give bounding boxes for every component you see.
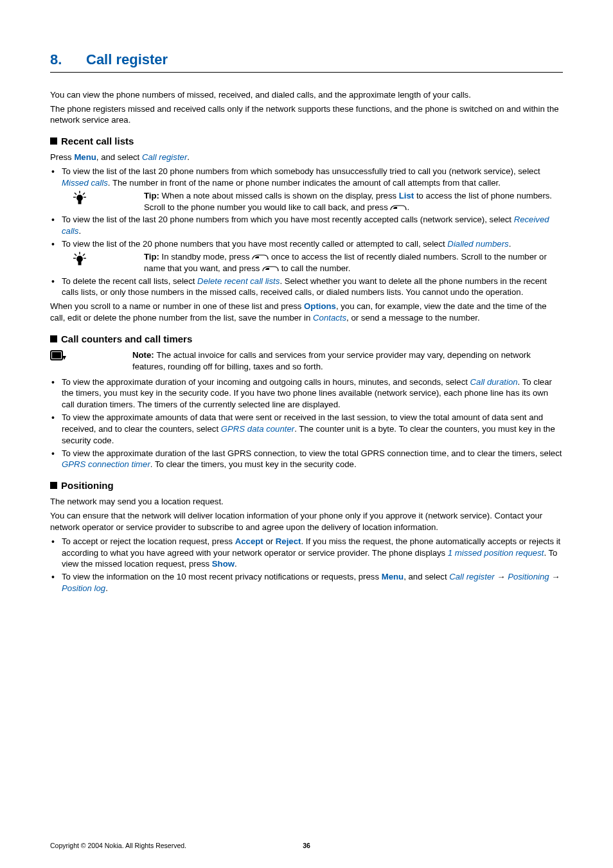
recent-bullet-2: To view the list of the last 20 phone nu… bbox=[50, 214, 563, 237]
counters-bullet-1: To view the approximate duration of your… bbox=[50, 376, 563, 411]
list-label: List bbox=[399, 191, 414, 200]
svg-line-2 bbox=[83, 193, 85, 195]
text: The actual invoice for calls and service… bbox=[132, 350, 531, 371]
arrow: → bbox=[549, 572, 560, 581]
note-row: Note: The actual invoice for calls and s… bbox=[50, 350, 563, 373]
svg-line-8 bbox=[75, 254, 76, 256]
section-title-positioning: Positioning bbox=[61, 480, 114, 491]
arrow: → bbox=[495, 572, 508, 581]
text: . bbox=[105, 583, 108, 593]
missed-calls-ref: Missed calls bbox=[62, 178, 108, 188]
chapter-heading: 8. Call register bbox=[50, 50, 563, 73]
text: In standby mode, press bbox=[162, 252, 253, 261]
text: To view the list of the 20 phone numbers… bbox=[62, 239, 447, 249]
position-log-ref: Position log bbox=[62, 583, 105, 593]
call-key-icon bbox=[390, 202, 407, 209]
note-label: Note: bbox=[132, 350, 156, 360]
text: To delete the recent call lists, select bbox=[62, 276, 197, 286]
section-heading-recent: Recent call lists bbox=[50, 135, 563, 148]
text: , and select bbox=[96, 152, 142, 162]
counters-bullet-3: To view the approximate duration of the … bbox=[50, 448, 563, 471]
svg-point-12 bbox=[77, 256, 82, 261]
gprs-data-counter-ref: GPRS data counter bbox=[221, 424, 294, 434]
copyright-text: Copyright © 2004 Nokia. All Rights Reser… bbox=[50, 842, 186, 849]
svg-rect-6 bbox=[78, 200, 81, 204]
recent-press-line: Press Menu, and select Call register. bbox=[50, 152, 563, 163]
text: . bbox=[187, 152, 190, 162]
call-key-icon bbox=[252, 252, 269, 258]
text: , and select bbox=[404, 572, 449, 581]
positioning-ref: Positioning bbox=[508, 572, 549, 581]
tip-row-2: Tip: In standby mode, press once to acce… bbox=[73, 251, 563, 274]
counters-bullet-2: To view the approximate amounts of data … bbox=[50, 412, 563, 446]
tip-label: Tip: bbox=[144, 252, 162, 261]
tip-label: Tip: bbox=[144, 191, 162, 200]
positioning-p1: The network may send you a location requ… bbox=[50, 496, 563, 508]
bullet-square-icon bbox=[50, 482, 57, 489]
positioning-p2: You can ensure that the network will del… bbox=[50, 510, 563, 533]
page-number: 36 bbox=[303, 841, 310, 850]
recent-bullet-4: To delete the recent call lists, select … bbox=[50, 276, 563, 299]
contacts-ref: Contacts bbox=[313, 313, 346, 323]
missed-position-ref: 1 missed position request bbox=[448, 548, 544, 558]
svg-line-1 bbox=[75, 193, 76, 195]
text: When a note about missed calls is shown … bbox=[162, 191, 399, 200]
intro-p1: You can view the phone numbers of missed… bbox=[50, 89, 563, 101]
text: To view the approximate duration of the … bbox=[62, 448, 562, 458]
text: to call the number. bbox=[279, 263, 350, 273]
positioning-bullet-2: To view the information on the 10 most r… bbox=[50, 571, 563, 594]
call-duration-ref: Call duration bbox=[470, 377, 518, 387]
call-register-ref: Call register bbox=[142, 152, 187, 162]
positioning-bullet-1: To accept or reject the location request… bbox=[50, 536, 563, 570]
text: . bbox=[235, 559, 237, 569]
text: When you scroll to a name or number in o… bbox=[50, 301, 304, 311]
svg-rect-15 bbox=[52, 352, 61, 359]
recent-bullet-3: To view the list of the 20 phone numbers… bbox=[50, 238, 563, 274]
tip-row-1: Tip: When a note about missed calls is s… bbox=[73, 190, 563, 213]
tip-icon bbox=[73, 251, 91, 269]
intro-p2: The phone registers missed and received … bbox=[50, 103, 563, 127]
section-title-counters: Call counters and call timers bbox=[61, 333, 192, 344]
delete-recent-ref: Delete recent call lists bbox=[197, 276, 280, 286]
section-title-recent: Recent call lists bbox=[61, 136, 134, 146]
text: Press bbox=[50, 152, 74, 162]
text: To view the list of the last 20 phone nu… bbox=[62, 215, 514, 224]
text: . bbox=[78, 226, 81, 236]
text: . bbox=[509, 239, 511, 249]
recent-tail: When you scroll to a name or number in o… bbox=[50, 301, 563, 324]
options-label: Options bbox=[304, 301, 336, 311]
bullet-square-icon bbox=[50, 137, 57, 145]
note-content: Note: The actual invoice for calls and s… bbox=[68, 350, 563, 373]
accept-label: Accept bbox=[235, 536, 263, 546]
svg-point-5 bbox=[77, 195, 82, 200]
show-label: Show bbox=[212, 559, 235, 569]
tip-icon bbox=[73, 190, 91, 208]
tip-1-content: Tip: When a note about missed calls is s… bbox=[91, 190, 563, 213]
text: or bbox=[263, 536, 276, 546]
menu-label: Menu bbox=[74, 152, 96, 162]
page-footer: Copyright © 2004 Nokia. All Rights Reser… bbox=[50, 841, 563, 850]
text: . To clear the timers, you must key in t… bbox=[150, 459, 357, 469]
menu-label: Menu bbox=[382, 572, 404, 581]
text: , or send a message to the number. bbox=[346, 313, 479, 323]
section-heading-counters: Call counters and call timers bbox=[50, 333, 563, 346]
reject-label: Reject bbox=[276, 536, 301, 546]
bullet-square-icon bbox=[50, 335, 57, 342]
call-register-ref: Call register bbox=[449, 572, 494, 581]
tip-2-content: Tip: In standby mode, press once to acce… bbox=[91, 251, 563, 274]
text: . The number in front of the name or pho… bbox=[108, 178, 501, 188]
text: . bbox=[407, 202, 409, 212]
note-icon bbox=[50, 350, 68, 366]
dialled-numbers-ref: Dialled numbers bbox=[447, 239, 508, 249]
recent-bullet-1: To view the list of the last 20 phone nu… bbox=[50, 166, 563, 213]
chapter-number: 8. bbox=[50, 50, 86, 69]
gprs-connection-timer-ref: GPRS connection timer bbox=[62, 459, 150, 469]
call-key-icon bbox=[262, 263, 279, 270]
svg-rect-13 bbox=[78, 261, 81, 265]
section-heading-positioning: Positioning bbox=[50, 479, 563, 492]
text: To view the information on the 10 most r… bbox=[62, 572, 382, 581]
text: To accept or reject the location request… bbox=[62, 536, 235, 546]
svg-line-9 bbox=[83, 254, 85, 256]
chapter-title: Call register bbox=[86, 50, 168, 69]
text: To view the list of the last 20 phone nu… bbox=[62, 166, 540, 176]
